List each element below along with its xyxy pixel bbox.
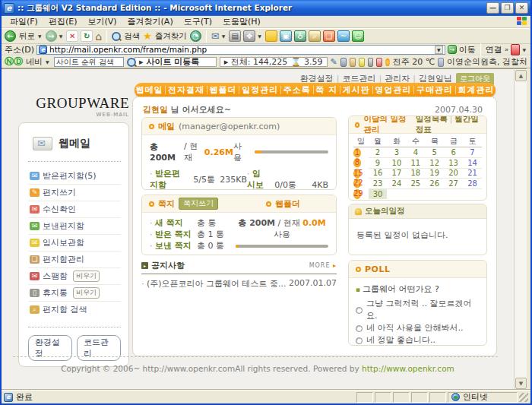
poll-option[interactable]: 네 정말 좋습니다.. xyxy=(356,334,480,346)
calendar-day[interactable]: 24 xyxy=(387,179,406,189)
calendar-view-link[interactable]: 일정목록 xyxy=(416,115,448,123)
address-input[interactable]: e http://mail.openkr.com/frame/main.php … xyxy=(36,45,445,55)
resize-grip[interactable] xyxy=(519,393,528,402)
home-button[interactable]: ⌂ xyxy=(95,31,102,42)
calendar-day[interactable]: 16 xyxy=(369,168,388,179)
calendar-day[interactable]: 17 xyxy=(387,168,406,179)
scroll-down-icon[interactable]: ▼ xyxy=(515,378,527,389)
nav-tab[interactable]: 웹메일 xyxy=(135,84,163,96)
go-label[interactable]: 이동 xyxy=(459,44,476,55)
info-icon[interactable] xyxy=(359,58,365,67)
calendar-table[interactable]: 일월화수목금토123456789101112131415161718192021… xyxy=(353,136,482,199)
naver-search-input[interactable] xyxy=(54,57,124,67)
calendar-day[interactable]: 23 xyxy=(369,179,388,189)
globe-tools-icon[interactable]: ♁ xyxy=(294,30,306,42)
calendar-day[interactable]: 9 xyxy=(369,158,388,169)
run-icon[interactable] xyxy=(350,58,356,67)
sidebar-item[interactable]: ⌕편지함 검색 xyxy=(28,302,121,318)
nav-tab[interactable]: 웹폴더 xyxy=(210,84,237,96)
radio-icon[interactable] xyxy=(356,325,363,332)
menu-item[interactable]: 도구(T) xyxy=(179,16,217,27)
pencil-icon[interactable]: ✎ xyxy=(331,58,337,66)
calendar-day[interactable]: 3 xyxy=(387,147,406,158)
close-button[interactable]: ✕ xyxy=(515,2,528,14)
nav-tab[interactable]: 일정관리 xyxy=(242,84,278,96)
calendar-day[interactable]: 28 xyxy=(463,179,482,189)
links-extra-icon[interactable] xyxy=(511,44,520,55)
calendar-day[interactable]: 25 xyxy=(406,179,425,189)
poll-option[interactable]: 그냥 그럭저럭 .. 잘모르겠어요. xyxy=(356,298,480,322)
calendar-day[interactable]: 15 xyxy=(353,169,361,179)
research-icon[interactable]: ⌕ xyxy=(309,30,321,42)
mail-dropdown-icon[interactable]: ▼ xyxy=(222,33,226,39)
naver-logo-icon[interactable]: ⓃⒹ xyxy=(5,55,23,68)
search-icon[interactable] xyxy=(112,32,121,41)
media-icon[interactable]: ❑ xyxy=(323,30,335,42)
menu-item[interactable]: 보기(V) xyxy=(82,16,122,27)
back-dropdown-icon[interactable]: ▼ xyxy=(38,33,42,39)
sidebar-item[interactable]: ✉받은편지함(5) xyxy=(28,168,121,185)
mail-alert-icon[interactable] xyxy=(376,58,382,67)
favorites-label[interactable]: 즐겨찾기 xyxy=(155,31,187,42)
notice-item[interactable]: (주)오픈코리아 그룹웨어 테스트 중...2007.01.07 xyxy=(141,274,337,290)
calendar-day[interactable]: 7 xyxy=(463,147,482,158)
footer-link-2[interactable]: http://www.openkr.com xyxy=(362,364,454,373)
sidebar-item[interactable]: ✉수신확인 xyxy=(28,201,121,218)
calendar-day[interactable]: 26 xyxy=(425,179,444,189)
calendar-day[interactable]: 4 xyxy=(406,147,425,158)
naver-navi-label[interactable]: 네비 xyxy=(26,56,43,68)
poll-option[interactable]: 네 아직 사용을 안해봐서.. xyxy=(356,322,480,334)
notice-more-link[interactable]: MORE ▸ xyxy=(309,262,337,269)
footer-link-1[interactable]: http://www.openkr.com xyxy=(143,364,236,373)
sidebar-item[interactable]: ✉임시보관함 xyxy=(28,235,121,252)
radio-icon[interactable] xyxy=(356,307,363,314)
calendar-day[interactable]: 13 xyxy=(444,158,463,169)
calendar-day[interactable]: 12 xyxy=(425,158,444,169)
calendar-day[interactable]: 18 xyxy=(406,168,425,179)
sidebar-item[interactable]: ✉스팸함비우기 xyxy=(28,268,121,285)
naver-search-icon[interactable] xyxy=(127,58,131,67)
scroll-up-icon[interactable]: ▲ xyxy=(515,70,527,81)
calendar-day[interactable]: 21 xyxy=(463,168,482,179)
stop-button[interactable]: ✕ xyxy=(66,30,78,42)
msn-people-icon[interactable]: ☺ xyxy=(352,30,364,42)
calendar-day[interactable]: 14 xyxy=(463,158,482,169)
capture-icon[interactable] xyxy=(340,58,347,67)
links-dropdown-icon[interactable]: ▼ xyxy=(522,47,526,52)
calendar-day[interactable]: 10 xyxy=(387,158,406,169)
calendar-day[interactable]: 27 xyxy=(444,179,463,189)
menu-item[interactable]: 도움말(H) xyxy=(217,16,266,27)
cart-icon[interactable] xyxy=(368,58,374,67)
nav-tab[interactable]: 게시판 xyxy=(343,84,370,96)
menu-item[interactable]: 편집(E) xyxy=(43,16,83,27)
nav-tab[interactable]: 영업관리 xyxy=(375,84,411,96)
calendar-day[interactable]: 20 xyxy=(444,168,463,179)
calendar-day[interactable]: 19 xyxy=(425,168,444,179)
calendar-day[interactable]: 22 xyxy=(353,179,361,188)
minimize-button[interactable]: — xyxy=(486,2,499,14)
refresh-button[interactable]: ↻ xyxy=(81,30,93,42)
menu-item[interactable]: 즐겨찾기(A) xyxy=(122,16,179,27)
swoosh-icon[interactable]: ~ xyxy=(337,30,350,42)
forward-dropdown-icon[interactable]: ▼ xyxy=(59,33,63,39)
menu-item[interactable]: 파일(F) xyxy=(5,16,43,27)
calendar-day[interactable]: 2 xyxy=(369,147,388,158)
back-label[interactable]: 뒤로 xyxy=(19,31,35,42)
mail-button[interactable]: ✉ xyxy=(211,31,220,41)
notes-icon[interactable] xyxy=(265,30,277,42)
history-icon[interactable]: ◔ xyxy=(190,30,201,42)
maximize-button[interactable]: ❐ xyxy=(501,2,514,14)
address-dropdown-icon[interactable]: ▼ xyxy=(435,46,443,54)
sidebar-item[interactable]: ❏편지함관리 xyxy=(28,252,121,268)
forward-button[interactable]: → xyxy=(46,30,57,42)
news-ticker[interactable]: 이영순의원측, 검찰처 xyxy=(447,56,527,68)
naver-dropdown-icon[interactable]: ▼ xyxy=(46,59,49,65)
nav-tab[interactable]: 전자결재 xyxy=(168,84,204,96)
favorites-star-icon[interactable]: ★ xyxy=(143,31,152,41)
calendar-day[interactable]: 6 xyxy=(444,147,463,158)
calendar-day[interactable]: 30 xyxy=(369,188,388,199)
links-label[interactable]: 연결 xyxy=(486,44,502,55)
nav-tab[interactable]: 주소록 xyxy=(283,84,311,96)
write-memo-button[interactable]: 쪽지쓰기 xyxy=(179,198,218,210)
messenger-icon[interactable]: ▣ xyxy=(280,30,292,42)
